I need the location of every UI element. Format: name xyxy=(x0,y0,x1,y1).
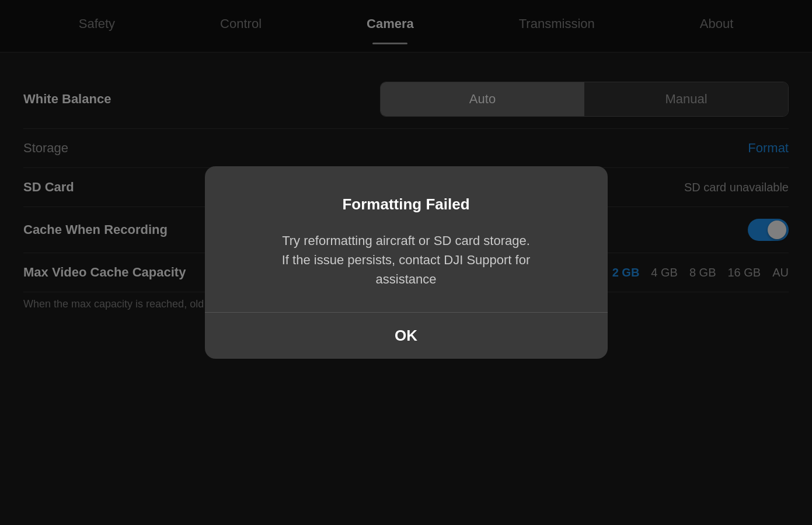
formatting-failed-dialog: Formatting Failed Try reformatting aircr… xyxy=(205,166,608,359)
dialog-message: Try reformatting aircraft or SD card sto… xyxy=(282,231,531,289)
dialog-title: Formatting Failed xyxy=(342,195,469,214)
dialog-ok-button[interactable]: OK xyxy=(205,313,608,359)
dialog-overlay: Formatting Failed Try reformatting aircr… xyxy=(0,0,812,525)
